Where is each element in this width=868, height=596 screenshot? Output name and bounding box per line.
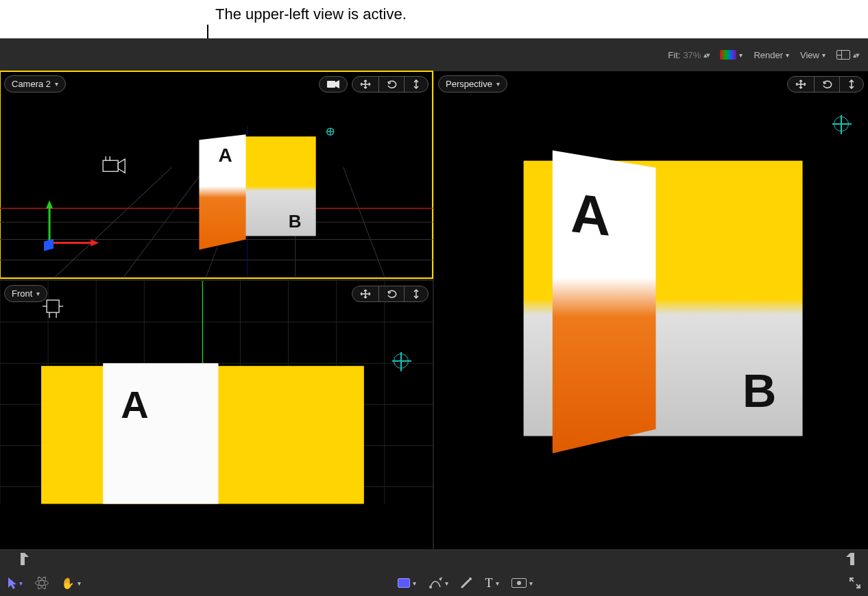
svg-point-62 xyxy=(469,578,472,580)
color-channel-popup[interactable]: ▾ xyxy=(720,50,743,60)
viewports-container: A B Camera 2 ▾ xyxy=(0,71,868,549)
orbit-button[interactable] xyxy=(379,286,405,301)
chevron-down-icon: ▾ xyxy=(445,580,448,587)
orbit-icon xyxy=(386,79,397,89)
layout-icon xyxy=(836,50,850,60)
view-nav-controls xyxy=(352,286,429,302)
viewport-canvas: A xyxy=(0,281,433,504)
chevron-down-icon: ▾ xyxy=(822,51,825,59)
chevron-down-icon: ▾ xyxy=(739,51,743,59)
viewport-right[interactable]: A B Perspective ▾ xyxy=(434,71,868,549)
viewport-canvas: A B xyxy=(0,71,433,277)
svg-marker-17 xyxy=(118,159,125,173)
svg-text:A: A xyxy=(570,182,610,247)
rectangle-tool[interactable]: ▾ xyxy=(398,578,416,588)
svg-text:B: B xyxy=(743,364,776,417)
viewport-upper-left[interactable]: A B Camera 2 ▾ xyxy=(0,71,433,278)
dolly-button[interactable] xyxy=(405,286,428,301)
render-popup[interactable]: Render ▾ xyxy=(754,50,789,60)
view-label: View xyxy=(800,50,819,60)
player-fullscreen[interactable] xyxy=(849,577,861,589)
brush-icon xyxy=(461,578,473,588)
dolly-icon xyxy=(411,289,421,299)
camera-menu[interactable]: Front ▾ xyxy=(4,285,47,302)
play-range-in-marker[interactable] xyxy=(21,553,30,565)
pan-icon xyxy=(359,79,372,89)
canvas-toolbar: ▾ ✋ ▾ ▾ ▾ T ▾ ▾ xyxy=(0,570,868,596)
svg-marker-20 xyxy=(241,136,316,236)
camera-label: Front xyxy=(12,288,32,299)
expand-icon xyxy=(849,577,861,589)
mask-tool[interactable]: ▾ xyxy=(511,578,533,588)
fit-label: Fit: xyxy=(668,50,680,60)
svg-marker-59 xyxy=(8,578,16,589)
callout-annotation: The upper-left view is active. xyxy=(215,5,407,27)
camera-solo-button[interactable] xyxy=(319,76,348,92)
svg-marker-56 xyxy=(25,553,29,557)
svg-rect-27 xyxy=(327,81,335,88)
pen-icon xyxy=(429,577,442,589)
chevron-down-icon: ▾ xyxy=(77,580,81,587)
svg-marker-61 xyxy=(439,577,442,581)
svg-marker-14 xyxy=(91,239,99,246)
viewport-lower-left[interactable]: A Front ▾ xyxy=(0,281,433,549)
dolly-button[interactable] xyxy=(405,77,428,92)
chevron-down-icon: ▾ xyxy=(496,580,499,587)
pan-tool[interactable]: ✋ ▾ xyxy=(61,577,81,590)
camera-label: Camera 2 xyxy=(12,79,51,89)
pan-button[interactable] xyxy=(788,77,815,92)
orbit-icon xyxy=(821,79,832,89)
svg-point-60 xyxy=(429,586,432,588)
svg-rect-16 xyxy=(103,160,118,171)
svg-marker-12 xyxy=(46,200,53,208)
sort-glyph-icon: ▴▾ xyxy=(853,51,858,60)
select-tool[interactable]: ▾ xyxy=(7,577,23,589)
rectangle-icon xyxy=(398,578,410,588)
orbit-button[interactable] xyxy=(815,77,840,92)
sort-glyph-icon: ▴▾ xyxy=(703,51,709,60)
dolly-icon xyxy=(411,79,421,89)
timeline-ruler[interactable] xyxy=(0,549,868,570)
canvas-topbar: Fit: 37% ▴▾ ▾ Render ▾ View ▾ ▴▾ xyxy=(0,38,868,71)
svg-text:B: B xyxy=(289,211,302,232)
svg-rect-15 xyxy=(44,239,53,251)
view-nav-controls xyxy=(787,76,864,92)
orbit-button[interactable] xyxy=(379,77,405,92)
viewport-layout-popup[interactable]: ▴▾ xyxy=(836,50,858,60)
play-range-out-marker[interactable] xyxy=(845,553,854,565)
view-popup[interactable]: View ▾ xyxy=(800,50,825,60)
svg-marker-28 xyxy=(335,80,339,88)
fit-value: 37% xyxy=(683,50,701,60)
chevron-down-icon: ▾ xyxy=(496,80,500,88)
dolly-button[interactable] xyxy=(840,77,863,92)
canvas-app: Fit: 37% ▴▾ ▾ Render ▾ View ▾ ▴▾ xyxy=(0,38,868,596)
svg-text:A: A xyxy=(218,145,232,166)
svg-marker-55 xyxy=(21,553,25,565)
camera-menu[interactable]: Perspective ▾ xyxy=(438,75,507,92)
pan-button[interactable] xyxy=(352,286,379,301)
chevron-down-icon: ▾ xyxy=(36,290,40,297)
fit-zoom-control[interactable]: Fit: 37% ▴▾ xyxy=(668,50,709,60)
3d-scene-icon xyxy=(394,353,409,369)
atom-icon xyxy=(35,576,49,590)
svg-marker-57 xyxy=(850,553,854,565)
render-label: Render xyxy=(754,50,783,60)
callout-text: The upper-left view is active. xyxy=(215,5,407,23)
camera-label: Perspective xyxy=(446,79,492,89)
3d-scene-icon xyxy=(834,116,849,132)
chevron-down-icon: ▾ xyxy=(19,580,23,587)
view-nav-controls xyxy=(352,76,429,92)
camera-icon xyxy=(326,80,340,88)
text-tool[interactable]: T ▾ xyxy=(485,576,499,591)
chevron-down-icon: ▾ xyxy=(55,80,58,88)
chevron-down-icon: ▾ xyxy=(786,51,789,59)
paint-stroke-tool[interactable] xyxy=(461,578,473,588)
camera-menu[interactable]: Camera 2 ▾ xyxy=(4,75,66,92)
arrow-cursor-icon xyxy=(7,577,16,589)
bezier-tool[interactable]: ▾ xyxy=(429,577,448,589)
mask-icon xyxy=(511,578,527,588)
orbit-icon xyxy=(386,289,397,299)
hand-icon: ✋ xyxy=(61,577,75,590)
pan-button[interactable] xyxy=(352,77,379,92)
3d-transform-tool[interactable] xyxy=(35,576,49,590)
